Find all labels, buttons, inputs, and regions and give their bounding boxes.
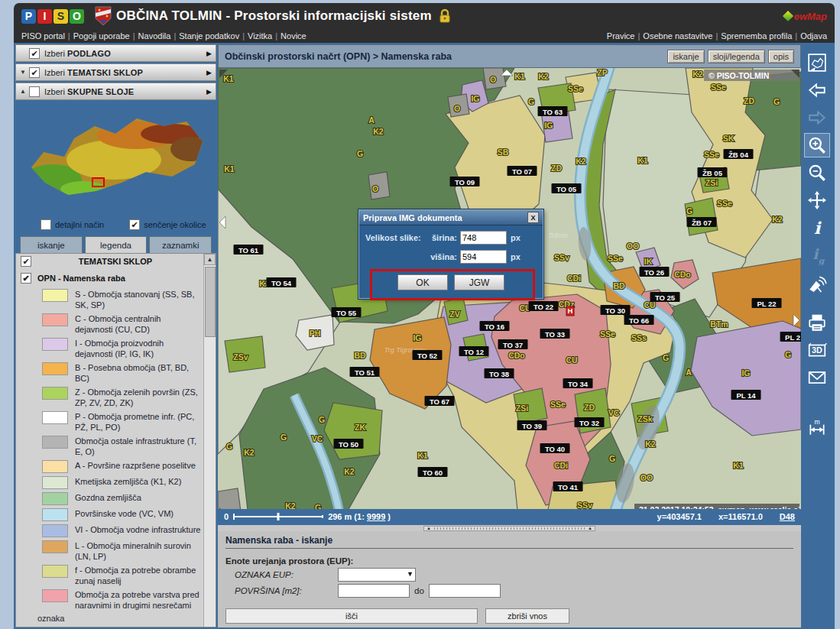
dialog-close-icon[interactable]: X <box>527 212 539 223</box>
zone-label: G <box>663 353 669 362</box>
eup-label: TO 61 <box>238 246 259 255</box>
eup-label: PL 2 <box>785 333 800 342</box>
sloji-legenda-button[interactable]: sloji/legenda <box>708 50 765 63</box>
dialog-title: Priprava IMG dokumenta <box>363 213 462 222</box>
menu-link[interactable]: Navodila <box>138 31 171 41</box>
overview-icon[interactable] <box>804 50 830 75</box>
scroll-up-icon[interactable]: ▲ <box>204 254 216 265</box>
menu-link[interactable]: Stanje podatkov <box>179 31 239 41</box>
legend-swatch <box>42 338 68 351</box>
legend-swatch <box>42 524 68 537</box>
tab-legenda[interactable]: legenda <box>85 236 148 253</box>
accordion-skupne-sloje[interactable]: ▲Izberi SKUPNE SLOJE▶ <box>15 83 216 100</box>
tematski-sklop-checkbox[interactable]: ✔ <box>21 256 31 267</box>
menu-link[interactable]: PISO portal <box>21 31 65 41</box>
zone-label: SK <box>723 134 735 143</box>
accordion-checkbox[interactable]: ✔ <box>29 48 40 59</box>
scale-value-link[interactable]: 9999 <box>367 512 385 521</box>
mail-icon[interactable] <box>804 365 830 390</box>
iskanje-button[interactable]: iskanje <box>667 50 704 63</box>
accordion-podlago[interactable]: ✔Izberi PODLAGO▶ <box>15 44 216 62</box>
option-checkbox[interactable] <box>41 219 51 230</box>
zone-label: CU <box>566 355 577 365</box>
zone-label: ZD <box>584 403 595 412</box>
zone-label: SSv <box>577 501 592 508</box>
opn-checkbox[interactable]: ✔ <box>21 273 31 284</box>
zoom-in-icon[interactable] <box>804 133 830 157</box>
zoom-out-icon[interactable] <box>804 160 830 185</box>
zone-label: IK <box>644 257 653 266</box>
hospital-marker-label: H <box>568 306 573 315</box>
collapse-arrow-icon[interactable]: ▲ <box>20 88 29 95</box>
povrsina-to-field[interactable] <box>429 584 501 598</box>
povrsina-from-field[interactable] <box>338 584 410 598</box>
scroll-thumb[interactable] <box>205 267 216 337</box>
zone-label: G <box>226 442 232 451</box>
menu-link[interactable]: Sprememba profila <box>721 31 792 41</box>
collapse-arrow-icon[interactable]: ▼ <box>20 69 29 76</box>
dialog-title-bar[interactable]: Priprava IMG dokumenta X <box>359 210 543 225</box>
print-icon[interactable] <box>804 310 830 335</box>
zone-label: K2 <box>645 439 656 449</box>
oznaka-eup-label: OZNAKA EUP: <box>235 570 338 579</box>
accordion-checkbox[interactable]: ✔ <box>29 67 40 78</box>
expand-arrow-icon: ▶ <box>206 50 212 57</box>
menu-link[interactable]: Pogoji uporabe <box>73 31 130 41</box>
dialog-buttons: OK JGW <box>359 274 543 290</box>
overview-map[interactable] <box>15 102 216 216</box>
menu-link[interactable]: Vizitka <box>248 31 272 41</box>
view-3d-icon[interactable]: 3D <box>804 338 830 362</box>
zone-label: K2 <box>373 127 384 136</box>
accordion-checkbox[interactable] <box>29 86 40 97</box>
menu-link[interactable]: Odjava <box>800 31 827 41</box>
sidebar: ✔Izberi PODLAGO▶▼✔Izberi TEMATSKI SKLOP▶… <box>15 44 216 627</box>
width-field[interactable] <box>460 231 507 245</box>
info-icon[interactable]: i <box>804 216 830 240</box>
height-unit: px <box>511 252 521 261</box>
eup-label: TO 66 <box>629 316 649 325</box>
content: ✔Izberi PODLAGO▶▼✔Izberi TEMATSKI SKLOP▶… <box>14 43 835 629</box>
height-field[interactable] <box>460 250 507 264</box>
ok-button[interactable]: OK <box>397 274 448 290</box>
tab-iskanje[interactable]: iskanje <box>20 236 83 253</box>
jgw-button[interactable]: JGW <box>454 274 504 290</box>
pan-icon[interactable] <box>804 188 830 212</box>
legend-swatch <box>42 362 68 375</box>
zone-label: ZK <box>355 423 365 432</box>
legend-swatch <box>42 565 68 578</box>
zone-label: G <box>315 503 321 508</box>
eup-label: TO 63 <box>543 108 563 116</box>
opis-button[interactable]: opis <box>768 50 794 63</box>
legend-item: VI - Območja vodne infrastrukture <box>16 523 204 539</box>
back-icon[interactable] <box>804 78 830 102</box>
zone-label: IG <box>471 94 479 103</box>
tab-zaznamki[interactable]: zaznamki <box>149 236 212 253</box>
width-row: Velikost slike: širina: px <box>359 231 543 245</box>
option-checkbox[interactable]: ✔ <box>129 219 140 230</box>
clear-button[interactable]: zbriši vnos <box>485 608 569 624</box>
eup-label: TO 41 <box>558 483 579 491</box>
zone-label: SSs <box>631 333 647 342</box>
accordion-tematski-sklop[interactable]: ▼✔Izberi TEMATSKI SKLOP▶ <box>15 63 216 81</box>
map-viewport[interactable]: TolminTrg TigrovcevK1K1AK2GK2OOOSBIGIGK1… <box>218 68 801 508</box>
datum-link[interactable]: D48 <box>780 512 795 521</box>
title-bar: PISO OBČINA TOLMIN - Prostorski informac… <box>14 3 835 29</box>
legend-scrollbar[interactable]: ▲ <box>203 254 216 627</box>
lock-icon <box>438 8 452 24</box>
measure-icon[interactable]: m <box>804 416 830 440</box>
menu-link[interactable]: Pravice <box>607 31 635 41</box>
zone-label: SSe <box>711 83 726 92</box>
search-button[interactable]: išči <box>225 608 478 624</box>
option-senčenje-okolice: ✔senčenje okolice <box>125 219 206 230</box>
place-name: Tolmin <box>548 232 568 239</box>
splitter-arrow-icon: ▲ <box>426 526 431 530</box>
menu-link[interactable]: Osebne nastavitve <box>643 31 712 41</box>
zone-label: G <box>774 97 780 106</box>
menu-link[interactable]: Novice <box>281 31 306 41</box>
splitter-handle[interactable]: ▲ ▲ <box>423 526 595 531</box>
zone-label: G <box>319 415 325 424</box>
oznaka-eup-select[interactable]: ▼ <box>338 568 416 582</box>
zone-label: IG <box>544 121 553 130</box>
splitter-arrow-icon: ▲ <box>588 526 592 530</box>
gps-icon[interactable] <box>804 271 830 295</box>
